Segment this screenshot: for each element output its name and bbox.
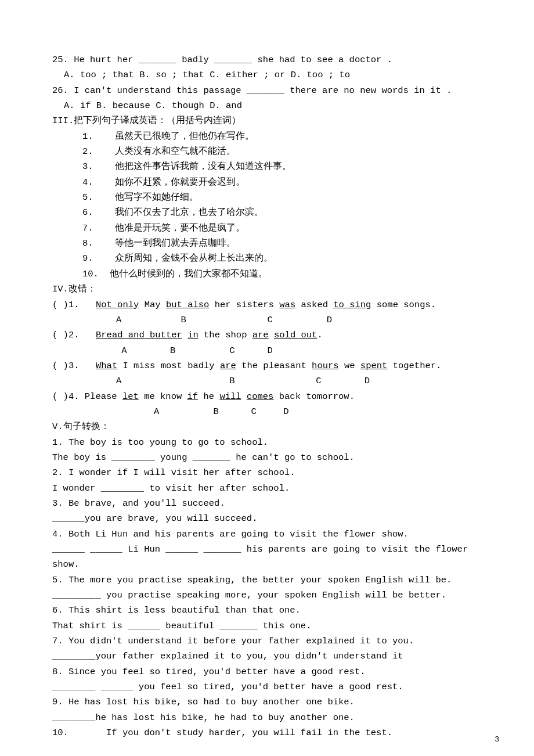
paren-blank[interactable]: ( )4. Please: [52, 391, 122, 402]
pair-a: 4. Both Li Hun and his parents are going…: [52, 527, 482, 542]
pair-b: ________he has lost his bike, he had to …: [52, 710, 482, 725]
list-item: 3. 他把这件事告诉我前，没有人知道这件事。: [82, 159, 482, 174]
error-letters: A B C D: [52, 343, 482, 358]
text: he: [198, 391, 219, 402]
underlined: but also: [166, 300, 209, 310]
text: [269, 330, 274, 340]
underlined: if: [187, 391, 199, 402]
pair-b: ________your father explained it to you,…: [52, 649, 482, 664]
underlined: sold out: [274, 330, 317, 340]
pair-a: 1. The boy is too young to go to school.: [52, 435, 482, 450]
q26-choices: A. if B. because C. though D. and: [52, 98, 482, 113]
text: May: [139, 300, 166, 310]
error-item: ( )4. Please let me know if he will come…: [52, 389, 482, 404]
text: I miss most badly: [117, 361, 220, 371]
text: asked: [295, 300, 333, 310]
pair-a: 2. I wonder if I will visit her after sc…: [52, 465, 482, 480]
list-item: 5. 他写字不如她仔细。: [82, 190, 482, 205]
underlined: hours: [312, 361, 339, 371]
underlined: comes: [247, 391, 274, 402]
section-iii-list: 1. 虽然天已很晚了，但他仍在写作。 2. 人类没有水和空气就不能活。 3. 他…: [52, 129, 482, 282]
pair-a: 10. If you don't study harder, you will …: [52, 725, 482, 740]
underlined: let: [122, 391, 139, 402]
text: .: [317, 330, 322, 340]
pair-b: ________ ______ you feel so tired, you'd…: [52, 679, 482, 694]
underlined: will: [219, 391, 241, 402]
pair-a: 9. He has lost his bike, so had to buy a…: [52, 694, 482, 710]
list-item: 6. 我们不仅去了北京，也去了哈尔滨。: [82, 205, 482, 220]
pair-b: _________ you practise speaking more, yo…: [52, 588, 482, 603]
q25-stem: 25. He hurt her _______ badly _______ sh…: [52, 52, 482, 67]
underlined: to sing: [333, 300, 371, 310]
list-item: 4. 如你不赶紧，你就要开会迟到。: [82, 175, 482, 190]
underlined: Not only: [96, 300, 139, 310]
pair-b: ______you are brave, you will succeed.: [52, 511, 482, 526]
paren-blank[interactable]: ( )3.: [52, 358, 96, 373]
pair-a: 6. This shirt is less beautiful than tha…: [52, 603, 482, 618]
text: some songs.: [371, 300, 436, 310]
pair-a: 8. Since you feel so tired, you'd better…: [52, 664, 482, 679]
list-item: 1. 虽然天已很晚了，但他仍在写作。: [82, 129, 482, 144]
pair-b: The boy is ________ young _______ he can…: [52, 450, 482, 465]
text: the pleasant: [236, 361, 312, 371]
error-item: ( )2. Bread and butter in the shop are s…: [52, 327, 482, 343]
section-iii-heading: III.把下列句子译成英语：（用括号内连词）: [52, 113, 482, 128]
underlined: are: [220, 361, 236, 371]
list-item: 9. 众所周知，金钱不会从树上长出来的。: [82, 251, 482, 266]
list-item: 2. 人类没有水和空气就不能活。: [82, 144, 482, 159]
page-number: 3: [495, 733, 499, 746]
error-letters: A B C D: [52, 404, 482, 419]
q25-choices: A. too ; that B. so ; that C. either ; o…: [52, 67, 482, 82]
text: together.: [387, 361, 441, 371]
pair-a: 5. The more you practise speaking, the b…: [52, 573, 482, 588]
text: me know: [139, 391, 187, 402]
underlined: Bread and butter: [96, 330, 182, 340]
section-v-heading: V.句子转换：: [52, 419, 482, 434]
text: [241, 391, 247, 402]
text: her sisters: [209, 300, 279, 310]
paren-blank[interactable]: ( )1.: [52, 297, 96, 312]
pair-b: That shirt is ______ beautiful _______ t…: [52, 618, 482, 633]
pair-a: 3. Be brave, and you'll succeed.: [52, 496, 482, 511]
error-letters: A B C D: [52, 312, 482, 327]
underlined: in: [187, 330, 199, 340]
section-iv-heading: IV.改错：: [52, 282, 482, 297]
pair-b: I wonder ________ to visit her after sch…: [52, 481, 482, 496]
list-item: 8. 等他一到我们就去弄点咖啡。: [82, 236, 482, 251]
worksheet-page: 25. He hurt her _______ badly _______ sh…: [0, 0, 534, 756]
text: back tomorrow.: [273, 391, 355, 402]
pair-b: ______ ______ Li Hun ______ _______ his …: [52, 542, 482, 573]
underlined: are: [252, 330, 269, 340]
pair-a: 7. You didn't understand it before your …: [52, 633, 482, 649]
underlined: was: [279, 300, 295, 310]
underlined: What: [96, 361, 117, 371]
text: the shop: [199, 330, 252, 340]
list-item: 10. 他什么时候到的，我们大家都不知道。: [82, 267, 482, 282]
error-item: ( )1. Not only May but also her sisters …: [52, 297, 482, 312]
list-item: 7. 他准是开玩笑，要不他是疯了。: [82, 221, 482, 236]
underlined: spent: [360, 361, 388, 371]
paren-blank[interactable]: ( )2.: [52, 327, 96, 343]
text: we: [339, 361, 360, 371]
error-letters: A B C D: [52, 373, 482, 388]
text: [182, 330, 187, 340]
error-item: ( )3. What I miss most badly are the ple…: [52, 358, 482, 373]
q26-stem: 26. I can't understand this passage ____…: [52, 83, 482, 98]
